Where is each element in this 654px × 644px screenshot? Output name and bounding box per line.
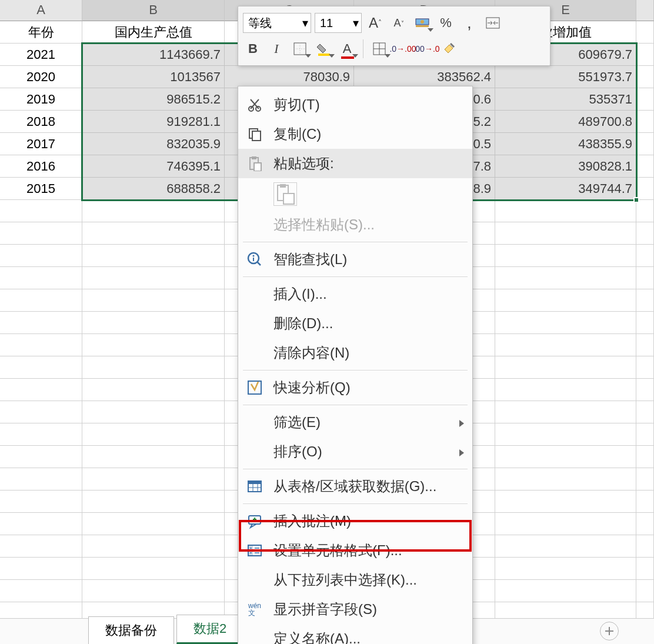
cell-extra[interactable] [636, 44, 654, 66]
bold-icon[interactable]: B [243, 39, 263, 59]
cell-year[interactable]: 2021 [0, 44, 82, 66]
cell-extra[interactable] [636, 111, 654, 133]
cell[interactable] [0, 222, 82, 245]
cell-extra[interactable] [636, 66, 654, 88]
format-painter-icon[interactable] [440, 39, 460, 59]
cell[interactable] [495, 401, 636, 423]
cell[interactable] [0, 334, 82, 356]
cell[interactable] [0, 379, 82, 401]
cell[interactable] [82, 446, 225, 468]
decrease-decimal-icon[interactable]: .00→.0 [416, 39, 436, 59]
accounting-format-icon[interactable] [412, 13, 432, 33]
cell[interactable] [0, 580, 82, 602]
cell[interactable] [495, 535, 636, 558]
cell[interactable] [495, 513, 636, 535]
cell-e[interactable]: 551973.7 [495, 66, 636, 88]
cell[interactable] [495, 468, 636, 490]
menu-cut[interactable]: 剪切(T) [238, 90, 472, 119]
cell-extra[interactable] [636, 178, 654, 200]
cell-year[interactable]: 2020 [0, 66, 82, 88]
cell[interactable] [82, 468, 225, 490]
cell[interactable] [82, 356, 225, 379]
cell[interactable] [636, 446, 654, 468]
col-A[interactable]: A [0, 0, 82, 21]
add-sheet-button[interactable] [600, 622, 619, 640]
cell[interactable] [636, 423, 654, 446]
cell[interactable] [495, 423, 636, 446]
menu-copy[interactable]: 复制(C) [238, 119, 472, 149]
cell[interactable] [0, 446, 82, 468]
cell[interactable] [636, 490, 654, 513]
cell[interactable] [82, 513, 225, 535]
cell[interactable] [82, 312, 225, 334]
cell[interactable] [82, 558, 225, 580]
cell-year[interactable]: 2019 [0, 88, 82, 111]
menu-define-name[interactable]: 定义名称(A)... [238, 624, 472, 644]
cell-extra[interactable] [636, 133, 654, 155]
hdr-gdp[interactable]: 国内生产总值 [82, 21, 225, 44]
menu-from-table[interactable]: 从表格/区域获取数据(G)... [238, 472, 472, 501]
cell[interactable] [0, 558, 82, 580]
cell-gdp[interactable]: 1143669.7 [82, 44, 225, 66]
cell[interactable] [495, 245, 636, 267]
cell[interactable] [636, 312, 654, 334]
cell[interactable] [636, 356, 654, 379]
cell[interactable] [636, 200, 654, 222]
cell[interactable] [82, 379, 225, 401]
cell[interactable] [636, 289, 654, 312]
cell-extra[interactable] [636, 155, 654, 178]
cell-c[interactable]: 78030.9 [225, 66, 354, 88]
cell[interactable] [636, 468, 654, 490]
cell-extra[interactable] [636, 88, 654, 111]
cell-extra[interactable] [636, 21, 654, 44]
cell[interactable] [0, 312, 82, 334]
cell-e[interactable]: 489700.8 [495, 111, 636, 133]
cell[interactable] [0, 267, 82, 289]
cell[interactable] [495, 289, 636, 312]
cell[interactable] [0, 490, 82, 513]
cell[interactable] [0, 423, 82, 446]
cell[interactable] [636, 267, 654, 289]
menu-quick-analysis[interactable]: 快速分析(Q) [238, 373, 472, 402]
cell[interactable] [0, 468, 82, 490]
cell[interactable] [495, 379, 636, 401]
cell[interactable] [82, 535, 225, 558]
cell-gdp[interactable]: 688858.2 [82, 178, 225, 200]
cell-e[interactable]: 535371 [495, 88, 636, 111]
cell[interactable] [82, 490, 225, 513]
font-size-combo[interactable]: 11▾ [315, 13, 362, 33]
cell[interactable] [82, 222, 225, 245]
cell[interactable] [0, 245, 82, 267]
cell-gdp[interactable]: 919281.1 [82, 111, 225, 133]
menu-smart-lookup[interactable]: 智能查找(L) [238, 245, 472, 274]
cell-e[interactable]: 349744.7 [495, 178, 636, 200]
cell[interactable] [636, 334, 654, 356]
fill-color-icon[interactable] [313, 39, 333, 59]
col-B[interactable]: B [82, 0, 225, 21]
cell[interactable] [0, 513, 82, 535]
cell[interactable] [495, 580, 636, 602]
cell-gdp[interactable]: 986515.2 [82, 88, 225, 111]
cell-year[interactable]: 2018 [0, 111, 82, 133]
tab-backup[interactable]: 数据备份 [88, 616, 174, 644]
cell[interactable] [82, 423, 225, 446]
font-name-combo[interactable]: 等线▾ [243, 13, 311, 33]
cell[interactable] [495, 334, 636, 356]
decrease-font-icon[interactable]: A˅ [389, 13, 409, 33]
menu-dropdown-pick[interactable]: 从下拉列表中选择(K)... [238, 565, 472, 595]
cell[interactable] [82, 267, 225, 289]
borders-all-icon[interactable] [369, 39, 389, 59]
cell[interactable] [82, 200, 225, 222]
cell[interactable] [636, 379, 654, 401]
merge-center-icon[interactable] [483, 13, 503, 33]
cell[interactable] [0, 401, 82, 423]
cell[interactable] [636, 558, 654, 580]
cell[interactable] [495, 312, 636, 334]
cell[interactable] [495, 490, 636, 513]
menu-sort[interactable]: 排序(O) [238, 437, 472, 466]
menu-insert[interactable]: 插入(I)... [238, 279, 472, 309]
cell[interactable] [495, 267, 636, 289]
menu-format-cells[interactable]: 设置单元格格式(F)... [238, 536, 472, 565]
cell[interactable] [0, 200, 82, 222]
cell[interactable] [636, 401, 654, 423]
